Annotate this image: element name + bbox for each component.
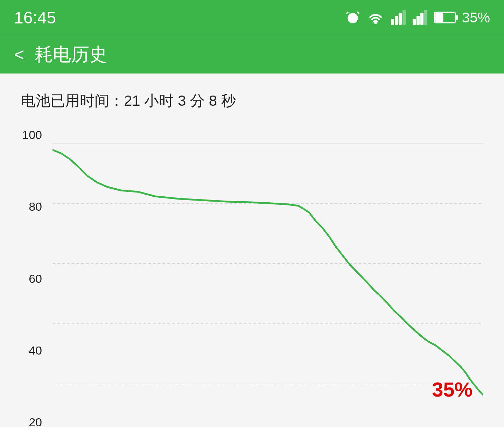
svg-rect-4 xyxy=(395,16,398,24)
battery-icon xyxy=(434,11,458,24)
alarm-icon xyxy=(345,10,360,25)
main-content: 电池已用时间：21 小时 3 分 8 秒 100 80 60 40 20 xyxy=(0,74,504,427)
battery-chart: 100 80 60 40 20 xyxy=(21,128,483,427)
back-button[interactable]: < xyxy=(14,46,24,63)
svg-line-1 xyxy=(346,12,349,14)
status-time: 16:45 xyxy=(14,8,56,27)
y-label-20: 20 xyxy=(21,415,49,427)
battery-line-chart xyxy=(52,128,483,427)
svg-line-2 xyxy=(357,12,359,14)
svg-rect-10 xyxy=(425,10,427,24)
svg-rect-8 xyxy=(417,16,419,24)
svg-rect-9 xyxy=(421,13,423,24)
y-label-60: 60 xyxy=(21,272,49,286)
app-bar: < 耗电历史 xyxy=(0,35,504,74)
status-bar: 16:45 xyxy=(0,0,504,35)
battery-percent-text: 35% xyxy=(462,10,490,26)
y-label-100: 100 xyxy=(21,128,49,142)
y-label-80: 80 xyxy=(21,200,49,214)
svg-rect-5 xyxy=(399,13,401,24)
current-battery-percent: 35% xyxy=(432,378,472,401)
svg-rect-13 xyxy=(455,15,458,20)
battery-line xyxy=(52,150,483,395)
signal-icon-2 xyxy=(412,10,428,25)
y-axis-labels: 100 80 60 40 20 xyxy=(21,128,49,427)
y-label-40: 40 xyxy=(21,344,49,357)
battery-usage-info: 电池已用时间：21 小时 3 分 8 秒 xyxy=(21,91,483,111)
svg-rect-6 xyxy=(403,10,405,24)
status-icons: 35% xyxy=(345,10,490,26)
page-title: 耗电历史 xyxy=(35,42,107,67)
wifi-icon xyxy=(367,10,384,25)
signal-icon-1 xyxy=(391,10,406,25)
chart-area: 35% xyxy=(52,128,483,427)
svg-rect-12 xyxy=(435,13,443,22)
battery-container: 35% xyxy=(434,10,490,26)
svg-rect-3 xyxy=(391,20,394,25)
svg-rect-7 xyxy=(413,20,415,25)
